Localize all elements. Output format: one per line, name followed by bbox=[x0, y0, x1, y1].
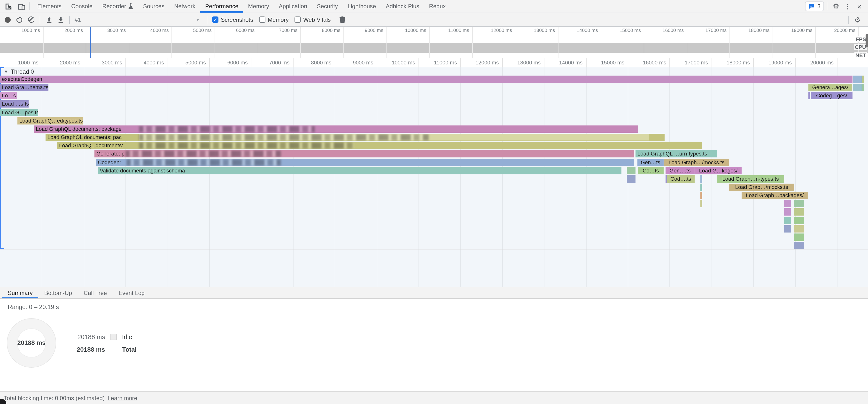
capture-settings-gear-icon[interactable]: ⚙ bbox=[851, 15, 863, 25]
flame-bar[interactable]: Validate documents against schema bbox=[98, 167, 621, 174]
flame-bar[interactable]: Load GraphQ…ed/types.ts bbox=[18, 117, 83, 124]
tab-sources[interactable]: Sources bbox=[138, 0, 169, 12]
tab-memory[interactable]: Memory bbox=[243, 0, 274, 12]
thread-header[interactable]: ▼ Thread 0 bbox=[4, 68, 34, 75]
clear-recording-icon[interactable] bbox=[25, 14, 37, 25]
flame-bar-small[interactable] bbox=[627, 167, 636, 174]
flame-bar-small[interactable] bbox=[808, 92, 810, 99]
tab-label: Lighthouse bbox=[347, 3, 376, 10]
tab-application[interactable]: Application bbox=[274, 0, 312, 12]
trash-icon[interactable] bbox=[337, 14, 348, 25]
tab-recorder[interactable]: Recorder bbox=[97, 0, 138, 12]
flame-bar[interactable]: Load G…pes.ts bbox=[0, 109, 38, 116]
record-button[interactable] bbox=[2, 14, 13, 25]
checkbox-unchecked-icon[interactable] bbox=[294, 17, 301, 23]
flame-bar-small[interactable] bbox=[794, 225, 804, 232]
flame-bar-small[interactable] bbox=[701, 184, 702, 191]
flame-bar-small[interactable] bbox=[794, 200, 804, 208]
ruler-tick-label: 2000 ms bbox=[60, 60, 83, 65]
flame-bar-small[interactable] bbox=[784, 209, 791, 216]
flame-bar-small[interactable] bbox=[853, 75, 862, 83]
detail-tab-bottom-up[interactable]: Bottom-Up bbox=[38, 287, 78, 299]
flame-bar-small[interactable] bbox=[862, 75, 864, 83]
checkbox-screenshots[interactable]: ✓Screenshots bbox=[212, 16, 253, 23]
overview-tick-label: 19000 ms bbox=[791, 28, 814, 33]
flame-bar-small[interactable] bbox=[794, 209, 804, 216]
flame-bar[interactable]: Cod….ts bbox=[667, 175, 694, 183]
flame-bar[interactable]: Codeg…ges/ bbox=[811, 92, 852, 99]
divider bbox=[29, 2, 30, 10]
checkbox-memory[interactable]: Memory bbox=[259, 16, 289, 23]
legend-label: Total bbox=[122, 346, 136, 353]
tab-elements[interactable]: Elements bbox=[32, 0, 66, 12]
close-icon[interactable]: × bbox=[854, 1, 865, 11]
detail-tab-summary[interactable]: Summary bbox=[2, 287, 38, 299]
tab-console[interactable]: Console bbox=[66, 0, 97, 12]
flame-bar[interactable]: Load Grap…/mocks.ts bbox=[729, 184, 795, 191]
flame-bar-small[interactable] bbox=[853, 84, 862, 91]
flame-bar-small[interactable] bbox=[701, 175, 702, 183]
flame-bar[interactable]: Co…ts bbox=[638, 167, 663, 174]
reload-and-record-button[interactable] bbox=[13, 14, 25, 25]
flame-bar[interactable]: Load Graph…n-types.ts bbox=[717, 175, 784, 183]
flame-bar[interactable]: Generate: p bbox=[94, 150, 634, 158]
flame-bar[interactable]: Load GraphQL …urn-types.ts bbox=[636, 150, 717, 158]
flame-bar[interactable]: Load Gra…hema.ts bbox=[0, 84, 49, 91]
flame-bar[interactable]: Codegen: bbox=[96, 159, 634, 166]
more-menu-icon[interactable]: ⋮ bbox=[842, 1, 854, 11]
flame-bar-small[interactable] bbox=[794, 217, 804, 224]
overview-tick bbox=[429, 27, 430, 58]
flame-bar[interactable]: Load Graph…/mocks.ts bbox=[664, 159, 729, 166]
ruler-tick-label: 19000 ms bbox=[769, 60, 795, 65]
issues-button[interactable]: 3 bbox=[805, 1, 824, 11]
flame-bar[interactable]: Lo…s bbox=[0, 92, 17, 99]
checkbox-checked-icon[interactable]: ✓ bbox=[212, 17, 218, 23]
checkbox-unchecked-icon[interactable] bbox=[259, 17, 265, 23]
divider bbox=[848, 16, 848, 24]
detail-tab-event-log[interactable]: Event Log bbox=[113, 287, 150, 299]
checkbox-web-vitals[interactable]: Web Vitals bbox=[294, 16, 331, 23]
history-dropdown-caret[interactable]: ▼ bbox=[196, 17, 200, 22]
flame-bar[interactable]: Load GraphQL documents: bbox=[57, 142, 702, 149]
tab-redux[interactable]: Redux bbox=[424, 0, 451, 12]
flame-bar-small[interactable] bbox=[627, 175, 636, 183]
flame-bar[interactable]: Load GraphQL documents: pac bbox=[45, 134, 664, 141]
flame-bar-small[interactable] bbox=[784, 200, 791, 208]
download-profile-icon[interactable] bbox=[55, 14, 66, 25]
device-toolbar-icon[interactable] bbox=[17, 1, 26, 11]
flame-bar-small[interactable] bbox=[701, 200, 702, 208]
ruler-tick bbox=[84, 58, 84, 67]
timeline-overview[interactable]: 1000 ms2000 ms3000 ms4000 ms5000 ms6000 … bbox=[0, 27, 868, 58]
redacted-text-region bbox=[139, 143, 353, 149]
flame-chart[interactable]: ▼ Thread 0 executeCodegenLoad Gra…hema.t… bbox=[0, 67, 868, 287]
scrollbar-thumb[interactable] bbox=[866, 34, 868, 48]
flame-bar[interactable]: Gen….ts bbox=[665, 167, 694, 174]
flame-bar-small[interactable] bbox=[862, 84, 864, 91]
flame-bar[interactable]: Load Graph…packages/ bbox=[742, 192, 808, 199]
detail-tab-call-tree[interactable]: Call Tree bbox=[78, 287, 113, 299]
overview-tick-label: 6000 ms bbox=[236, 28, 256, 33]
settings-gear-icon[interactable]: ⚙ bbox=[830, 1, 842, 11]
tab-lighthouse[interactable]: Lighthouse bbox=[343, 0, 381, 12]
history-selector[interactable]: #1 bbox=[74, 16, 143, 23]
flame-bar[interactable]: executeCodegen bbox=[0, 75, 852, 83]
flame-bar-small[interactable] bbox=[784, 225, 791, 232]
devtools-window: ElementsConsoleRecorderSourcesNetworkPer… bbox=[0, 0, 868, 404]
flame-bar[interactable]: Load GraphQL documents: package bbox=[34, 125, 638, 133]
flame-bar[interactable]: Genera…ages/ bbox=[808, 84, 852, 91]
flame-bar-small[interactable] bbox=[794, 242, 804, 249]
tab-performance[interactable]: Performance bbox=[200, 0, 243, 12]
upload-profile-icon[interactable] bbox=[43, 14, 55, 25]
flame-bar-small[interactable] bbox=[794, 234, 804, 241]
flame-bar[interactable]: Load …s.ts bbox=[0, 100, 29, 108]
inspect-element-icon[interactable] bbox=[3, 1, 13, 11]
flame-bar[interactable]: Load G…kages/ bbox=[695, 167, 742, 174]
flame-bar-small[interactable] bbox=[784, 217, 791, 224]
tab-adblock-plus[interactable]: Adblock Plus bbox=[381, 0, 424, 12]
flame-bar[interactable]: Gen…ts bbox=[638, 159, 663, 166]
flame-bar-small[interactable] bbox=[701, 192, 702, 199]
tab-network[interactable]: Network bbox=[169, 0, 200, 12]
performance-toolbar: #1 ▼ ✓ScreenshotsMemoryWeb Vitals ⚙ bbox=[0, 13, 868, 27]
learn-more-link[interactable]: Learn more bbox=[107, 395, 137, 401]
tab-security[interactable]: Security bbox=[312, 0, 343, 12]
